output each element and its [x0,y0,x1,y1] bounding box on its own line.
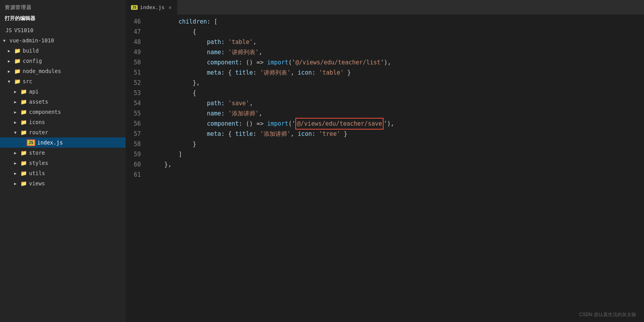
utils-label: utils [29,170,45,176]
js-badge-icon: JS [27,139,35,146]
styles-label: styles [29,160,48,166]
arrow-icon: ▶ [14,120,20,124]
code-line-55: name: '添加讲师', [147,108,644,119]
arrow-icon: ▼ [8,79,14,84]
build-label: build [23,48,39,54]
folder-icon: 📁 [20,129,27,135]
watermark: CSDN @认真生活的灰太狼 [579,311,636,318]
sidebar-item-node-modules[interactable]: ▶ 📁 node_modules [0,66,126,76]
node-modules-label: node_modules [23,68,61,74]
code-line-46: children: [ [147,16,644,27]
components-label: components [29,109,61,115]
sidebar-item-icons[interactable]: ▶ 📁 icons [0,117,126,127]
sidebar-item-utils[interactable]: ▶ 📁 utils [0,168,126,178]
folder-icon: 📁 [14,78,21,84]
arrow-icon: ▶ [14,100,20,104]
code-line-59: ] [147,149,644,159]
folder-icon: 📁 [20,109,27,115]
code-line-56: component: () => import('@/views/edu/tea… [147,119,644,129]
code-line-57: meta: { title: '添加讲师', icon: 'tree' } [147,129,644,139]
sidebar-item-src[interactable]: ▼ 📁 src [0,76,126,86]
code-line-51: meta: { title: '讲师列表', icon: 'table' } [147,68,644,78]
code-line-52: }, [147,78,644,88]
arrow-icon: ▶ [8,59,14,63]
config-label: config [23,58,42,64]
tab-close-button[interactable]: × [168,4,171,11]
sidebar-item-build[interactable]: ▶ 📁 build [0,46,126,56]
tab-bar: JS index.js × [126,0,644,15]
code-line-61 [147,170,644,180]
tab-label: index.js [140,4,165,10]
folder-icon: 📁 [20,88,27,95]
sidebar-item-router[interactable]: ▼ 📁 router [0,127,126,137]
folder-icon: 📁 [20,180,27,187]
folder-icon: 📁 [20,170,27,176]
code-line-60: }, [147,159,644,170]
highlighted-path: @/views/edu/teacher/save [295,118,384,130]
code-line-58: } [147,139,644,149]
views-label: views [29,180,45,187]
code-line-54: path: 'save', [147,98,644,108]
sidebar-item-views[interactable]: ▶ 📁 views [0,178,126,188]
editor-area: JS index.js × 46 47 48 49 50 51 52 53 54… [126,0,644,322]
arrow-icon: ▶ [8,69,14,73]
folder-icon: 📁 [14,48,21,54]
assets-label: assets [29,99,48,105]
code-line-50: component: () => import('@/views/edu/tea… [147,57,644,68]
arrow-icon: ▶ [8,49,14,53]
folder-icon: 📁 [20,119,27,125]
sidebar-title: 资源管理器 [0,0,126,13]
sidebar-item-styles[interactable]: ▶ 📁 styles [0,158,126,168]
open-file-name: VS1010 [14,27,33,33]
sidebar-item-assets[interactable]: ▶ 📁 assets [0,97,126,107]
api-label: api [29,88,38,95]
sidebar-item-index-js[interactable]: JS index.js [0,137,126,148]
open-file-item[interactable]: JS VS1010 [0,25,126,35]
sidebar-item-components[interactable]: ▶ 📁 components [0,107,126,117]
folder-icon: 📁 [14,68,21,74]
src-label: src [23,78,32,84]
store-label: store [29,150,45,156]
arrow-icon: ▶ [14,161,20,165]
arrow-icon: ▶ [14,110,20,114]
sidebar-item-store[interactable]: ▶ 📁 store [0,148,126,158]
root-arrow: ▼ [3,38,9,43]
root-folder-name: vue-admin-1010 [9,37,54,44]
arrow-icon: ▶ [14,90,20,94]
icons-label: icons [29,119,45,125]
arrow-icon: ▼ [14,130,20,135]
root-folder[interactable]: ▼ vue-admin-1010 [0,35,126,46]
folder-icon: 📁 [20,150,27,156]
line-numbers: 46 47 48 49 50 51 52 53 54 55 56 57 58 5… [126,15,147,322]
sidebar: 资源管理器 打开的编辑器 JS VS1010 ▼ vue-admin-1010 … [0,0,126,322]
arrow-icon: ▶ [14,171,20,176]
tab-js-icon: JS [131,5,138,10]
index-js-label: index.js [37,139,63,146]
code-line-48: path: 'table', [147,37,644,47]
open-editors-label: 打开的编辑器 [0,13,126,25]
folder-icon: 📁 [14,58,21,64]
code-content: children: [ { path: 'table', name: '讲师列表… [147,15,644,322]
code-line-47: { [147,27,644,37]
tab-index-js[interactable]: JS index.js × [126,0,178,15]
arrow-icon: ▶ [14,151,20,155]
code-line-49: name: '讲师列表', [147,47,644,57]
sidebar-item-api[interactable]: ▶ 📁 api [0,86,126,97]
code-line-53: { [147,88,644,98]
folder-icon: 📁 [20,99,27,105]
arrow-icon: ▶ [14,181,20,186]
js-icon: JS [5,27,12,33]
code-editor: 46 47 48 49 50 51 52 53 54 55 56 57 58 5… [126,15,644,322]
sidebar-item-config[interactable]: ▶ 📁 config [0,56,126,66]
router-label: router [29,129,48,135]
folder-icon: 📁 [20,160,27,166]
